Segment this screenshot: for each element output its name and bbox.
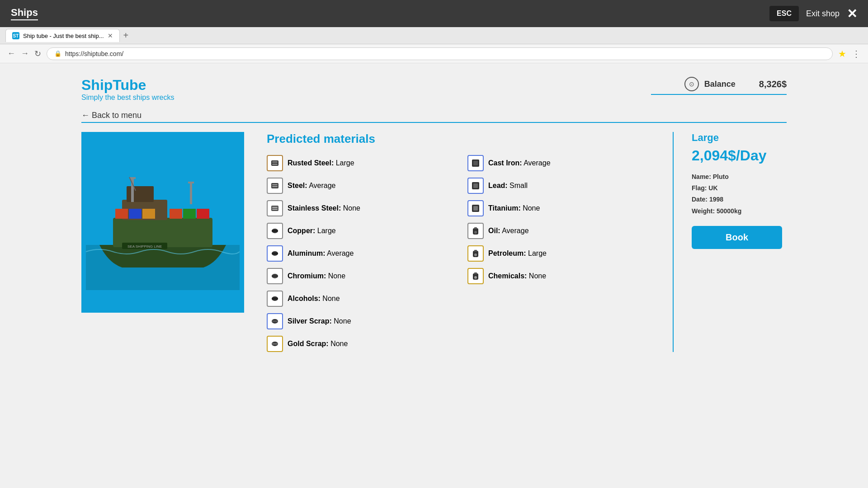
content-row: SEA SHIPPING LINE Predicted materials Ru… — [81, 132, 787, 352]
svg-rect-18 — [272, 161, 278, 163]
svg-rect-27 — [271, 206, 278, 211]
svg-rect-4 — [115, 209, 128, 219]
copper-icon — [267, 223, 283, 239]
list-item: Chromium: None — [267, 268, 449, 284]
oil-icon — [467, 223, 484, 239]
list-item: Lead: Small — [467, 178, 650, 194]
back-nav-button[interactable]: ← — [7, 49, 15, 58]
svg-point-41 — [474, 253, 477, 256]
list-item: Rusted Steel: Large — [267, 155, 449, 171]
titanium-icon — [467, 200, 484, 216]
svg-rect-21 — [473, 161, 478, 165]
ship-size-label: Large — [692, 132, 782, 144]
svg-rect-33 — [272, 230, 278, 232]
exit-shop-button[interactable]: Exit shop — [806, 9, 840, 19]
svg-rect-8 — [183, 209, 196, 219]
refresh-button[interactable]: ↻ — [34, 49, 41, 59]
list-item: Cast Iron: Average — [467, 155, 650, 171]
svg-rect-52 — [272, 343, 278, 345]
book-button[interactable]: Book — [692, 226, 782, 249]
esc-button[interactable]: ESC — [769, 6, 799, 21]
material-text: Lead: Small — [488, 182, 528, 190]
brand-title: ShipTube — [81, 77, 174, 94]
steel-icon — [267, 178, 283, 194]
back-to-menu-button[interactable]: ← Back to menu — [81, 111, 787, 123]
svg-rect-38 — [272, 253, 278, 254]
material-text: Stainless Steel: None — [288, 204, 360, 212]
svg-rect-3 — [127, 186, 154, 202]
list-item: Silver Scrap: None — [267, 313, 650, 329]
url-bar-row: ← → ↻ 🔒 https://shiptube.com/ ★ ⋮ — [0, 44, 868, 63]
stainless-steel-icon — [267, 200, 283, 216]
material-text: Petroleum: Large — [488, 249, 547, 258]
ship-name-value: Pluto — [713, 173, 729, 180]
tab-title: Ship tube - Just the best ship... — [23, 33, 104, 39]
svg-rect-19 — [272, 164, 278, 165]
svg-rect-5 — [129, 209, 142, 219]
svg-rect-43 — [272, 275, 278, 277]
list-item: Stainless Steel: None — [267, 200, 449, 216]
balance-amount: 8,326$ — [759, 79, 787, 89]
new-tab-button[interactable]: + — [123, 30, 129, 41]
material-text: Copper: Large — [288, 227, 336, 235]
vertical-divider — [673, 132, 674, 352]
tab-close-icon[interactable]: ✕ — [108, 32, 113, 39]
ship-flag-label: Flag: — [692, 184, 708, 192]
material-text: Aluminum: Average — [288, 249, 354, 258]
list-item: Gold Scrap: None — [267, 336, 650, 352]
title-bar-left: Ships — [11, 7, 38, 20]
ship-weight-value: 50000kg — [717, 207, 741, 215]
list-item: Titanium: None — [467, 200, 650, 216]
list-item: Steel: Average — [267, 178, 449, 194]
svg-rect-45 — [474, 272, 477, 274]
ship-weight-label: Weight: — [692, 207, 717, 215]
material-text: Alcohols: None — [288, 295, 340, 303]
app-title: Ships — [11, 7, 38, 20]
browser-menu-button[interactable]: ⋮ — [852, 48, 861, 59]
forward-nav-button[interactable]: → — [21, 49, 29, 58]
material-text: Titanium: None — [488, 204, 540, 212]
svg-rect-48 — [272, 298, 278, 300]
list-item: Alcohols: None — [267, 291, 650, 307]
header-row: ShipTube Simply the best ships wrecks ⊙ … — [81, 77, 787, 102]
balance-box: ⊙ Balance 8,326$ — [651, 77, 787, 95]
svg-rect-35 — [474, 227, 477, 229]
svg-rect-31 — [473, 206, 478, 211]
svg-rect-29 — [272, 209, 278, 210]
balance-label: Balance — [704, 80, 736, 89]
svg-text:SEA SHIPPING LINE: SEA SHIPPING LINE — [127, 244, 162, 249]
ship-details-panel: Large 2,094$/Day Name: Pluto Flag: UK Da… — [687, 132, 787, 249]
browser-tab-bar: ST Ship tube - Just the best ship... ✕ + — [0, 27, 868, 44]
chemicals-icon — [467, 268, 484, 284]
svg-rect-14 — [188, 182, 194, 183]
balance-icon: ⊙ — [684, 77, 699, 91]
svg-rect-26 — [473, 183, 478, 188]
title-bar: Ships ESC Exit shop ✕ — [0, 0, 868, 27]
svg-rect-7 — [170, 209, 182, 219]
materials-grid: Rusted Steel: Large Cast Iron: Average S… — [267, 155, 650, 284]
url-bar[interactable]: 🔒 https://shiptube.com/ — [47, 47, 833, 60]
browser-tab[interactable]: ST Ship tube - Just the best ship... ✕ — [5, 29, 120, 42]
ship-flag-value: UK — [708, 184, 717, 192]
ship-price: 2,094$/Day — [692, 147, 782, 164]
lead-icon — [467, 178, 484, 194]
bookmark-button[interactable]: ★ — [838, 48, 846, 59]
svg-point-36 — [474, 231, 477, 234]
extra-materials: Alcohols: None Silver Scrap: None Gold S… — [267, 291, 650, 352]
materials-title: Predicted materials — [267, 132, 650, 146]
gold-scrap-icon — [267, 336, 283, 352]
material-text: Steel: Average — [288, 182, 335, 190]
aluminum-icon — [267, 245, 283, 262]
chromium-icon — [267, 268, 283, 284]
svg-rect-24 — [272, 186, 278, 187]
ship-date-label: Date: — [692, 196, 709, 203]
lock-icon: 🔒 — [54, 50, 61, 57]
main-content: ShipTube Simply the best ships wrecks ⊙ … — [0, 63, 868, 366]
materials-section: Predicted materials Rusted Steel: Large — [258, 132, 659, 352]
close-button[interactable]: ✕ — [847, 6, 857, 21]
svg-rect-23 — [272, 184, 278, 185]
material-text: Oil: Average — [488, 227, 529, 235]
svg-rect-22 — [271, 183, 278, 188]
ship-name-label: Name: — [692, 173, 713, 180]
ship-image-box: SEA SHIPPING LINE — [81, 132, 244, 313]
